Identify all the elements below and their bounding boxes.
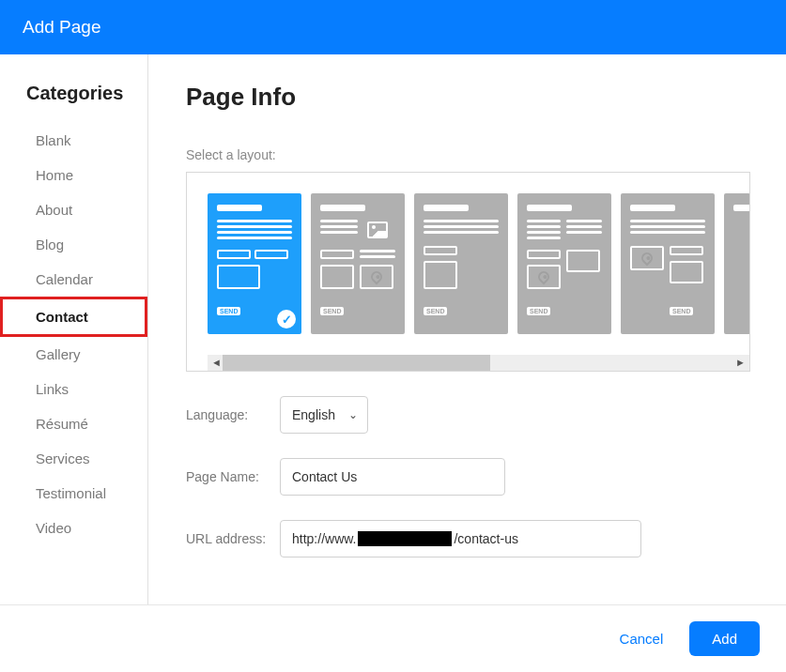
category-list: Blank Home About Blog Calendar Contact G… (0, 123, 147, 545)
category-item-services[interactable]: Services (0, 441, 147, 476)
add-button[interactable]: Add (689, 621, 760, 656)
category-item-blog[interactable]: Blog (0, 227, 147, 262)
language-value: English (292, 407, 335, 422)
image-icon (367, 221, 388, 238)
category-item-gallery[interactable]: Gallery (0, 337, 147, 372)
pin-icon (536, 269, 552, 285)
modal-footer: Cancel Add (0, 604, 786, 672)
scroll-left-icon[interactable]: ◄ (211, 357, 222, 368)
layout-thumb-1[interactable]: SEND ✓ (208, 193, 301, 334)
send-badge: SEND (424, 307, 447, 315)
category-item-video[interactable]: Video (0, 511, 147, 545)
url-input[interactable]: http://www. /contact-us (280, 520, 641, 557)
url-redacted (358, 531, 452, 546)
page-title: Page Info (186, 83, 750, 112)
modal-header: Add Page (0, 0, 786, 54)
check-icon: ✓ (277, 310, 296, 328)
sidebar-heading: Categories (0, 83, 147, 123)
send-badge: SEND (217, 307, 240, 315)
url-label: URL address: (186, 531, 280, 546)
category-item-home[interactable]: Home (0, 158, 147, 192)
modal-title: Add Page (23, 17, 100, 38)
send-badge: SEND (320, 307, 344, 315)
layout-thumb-2[interactable]: SEND (311, 193, 405, 334)
pagename-input[interactable] (280, 458, 505, 496)
category-item-calendar[interactable]: Calendar (0, 262, 147, 297)
chevron-down-icon: ⌄ (348, 408, 358, 421)
categories-sidebar: Categories Blank Home About Blog Calenda… (0, 54, 148, 604)
layout-thumb-3[interactable]: SEND (414, 193, 508, 334)
language-select[interactable]: English ⌄ (280, 396, 368, 434)
cancel-button[interactable]: Cancel (620, 631, 664, 647)
layout-thumbnails: SEND ✓ SEND (208, 193, 749, 334)
pin-icon (640, 251, 655, 267)
url-suffix: /contact-us (454, 531, 517, 546)
layout-thumb-6[interactable] (724, 193, 749, 334)
category-item-resume[interactable]: Résumé (0, 406, 147, 441)
pagename-label: Page Name: (186, 469, 280, 484)
category-item-testimonial[interactable]: Testimonial (0, 476, 147, 511)
scrollbar-thumb[interactable] (223, 355, 490, 371)
layout-label: Select a layout: (186, 147, 750, 162)
url-prefix: http://www. (292, 531, 356, 546)
layout-picker: SEND ✓ SEND (186, 172, 750, 372)
send-badge: SEND (670, 307, 693, 315)
category-item-contact[interactable]: Contact (0, 297, 147, 337)
category-item-about[interactable]: About (0, 192, 147, 227)
layout-scrollbar[interactable]: ◄ ► (208, 355, 749, 371)
layout-thumb-5[interactable]: SEND (621, 193, 715, 334)
language-label: Language: (186, 407, 280, 422)
scroll-right-icon[interactable]: ► (735, 357, 746, 368)
category-item-links[interactable]: Links (0, 372, 147, 406)
pin-icon (369, 269, 385, 285)
layout-thumb-4[interactable]: SEND (517, 193, 611, 334)
category-item-blank[interactable]: Blank (0, 123, 147, 158)
main-panel: Page Info Select a layout: SEND ✓ (148, 54, 786, 604)
send-badge: SEND (527, 307, 550, 315)
